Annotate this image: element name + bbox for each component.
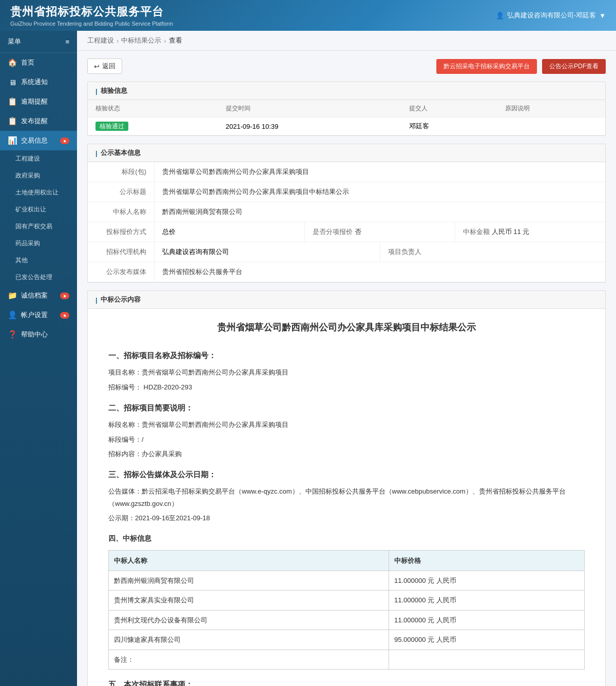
- sidebar-item-publish-reminder[interactable]: 📋 发布提醒: [0, 111, 77, 131]
- info-value-notice-title: 贵州省烟草公司黔西南州公司办公家具库采购项目中标结果公示: [155, 182, 605, 202]
- breadcrumb-item-2[interactable]: 中标结果公示: [121, 36, 161, 45]
- notice-heading-3: 三、招标公告媒体及公示日期：: [108, 467, 585, 481]
- info-label-bid-method: 投标报价方式: [88, 222, 155, 242]
- winner-name-cell: 贵州博文家具实业有限公司: [109, 591, 389, 610]
- sidebar-sub-item-mineral-rights[interactable]: 矿业权出让: [0, 201, 77, 218]
- user-icon: 👤: [496, 12, 504, 19]
- menu-icon[interactable]: ≡: [65, 38, 69, 46]
- sidebar-item-home[interactable]: 🏠 首页: [0, 53, 77, 72]
- calendar-icon: 📋: [8, 97, 17, 106]
- menu-label: 菜单: [8, 37, 21, 46]
- sidebar-item-system-notice[interactable]: 🖥 系统通知: [0, 72, 77, 92]
- breadcrumb: 工程建设 › 中标结果公示 › 查看: [77, 31, 616, 51]
- verify-table: 核验状态 提交时间 提交人 原因说明 核验通过 2021-09-16 10:39…: [88, 100, 605, 135]
- breadcrumb-item-1[interactable]: 工程建设: [87, 36, 114, 45]
- back-label: 返回: [102, 62, 116, 71]
- main-content: 工程建设 › 中标结果公示 › 查看 ↩ 返回 黔云招采电子招标采购交易平台 公…: [77, 31, 616, 686]
- notice-heading-5: 五、本次招标联系事项：: [108, 677, 585, 686]
- page-content: ↩ 返回 黔云招采电子招标采购交易平台 公告公示PDF查看 核验信息 核验状态 …: [77, 51, 616, 686]
- sidebar-sub-item-land-use[interactable]: 土地使用权出让: [0, 184, 77, 201]
- back-button[interactable]: ↩ 返回: [87, 58, 122, 74]
- notice-content-section: 中标公示内容 贵州省烟草公司黔西南州公司办公家具库采购项目中标结果公示 一、招标…: [87, 290, 606, 686]
- notice-body: 贵州省烟草公司黔西南州公司办公家具库采购项目中标结果公示 一、招标项目名称及招标…: [88, 309, 605, 686]
- header: 贵州省招标投标公共服务平台 GuiZhou Province Tendering…: [0, 0, 616, 31]
- username: 弘典建设咨询有限公司-邓廷客: [507, 11, 596, 20]
- notice-bid-content: 招标内容：办公家具采购: [108, 448, 585, 460]
- winner-price-cell: [389, 650, 584, 669]
- sidebar: 菜单 ≡ 🏠 首页 🖥 系统通知 📋 逾期提醒 📋 发布提醒 📊 交易信息 ● …: [0, 31, 77, 686]
- sidebar-label-home: 首页: [21, 58, 34, 67]
- sidebar-sub-item-other[interactable]: 其他: [0, 252, 77, 269]
- notice-project-name: 项目名称：贵州省烟草公司黔西南州公司办公家具库采购项目: [108, 366, 585, 378]
- sidebar-sub-item-drug-purchase[interactable]: 药品采购: [0, 235, 77, 252]
- info-row-media: 公示发布媒体 贵州省招投标公共服务平台: [88, 262, 605, 282]
- main-layout: 菜单 ≡ 🏠 首页 🖥 系统通知 📋 逾期提醒 📋 发布提醒 📊 交易信息 ● …: [0, 31, 616, 686]
- table-row: 贵州利文现代办公设备有限公司11.000000 元 人民币: [109, 610, 585, 630]
- table-row: 四川慷途家具有限公司95.000000 元 人民币: [109, 630, 585, 650]
- action-buttons: 黔云招采电子招标采购交易平台 公告公示PDF查看: [436, 59, 606, 74]
- notice-media-platforms: 公告媒体：黔云招采电子招标采购交易平台（www.e-qyzc.com）、中国招标…: [108, 485, 585, 509]
- bid-winners-table: 中标人名称 中标价格 黔西南州银润商贸有限公司11.000000 元 人民币贵州…: [108, 550, 585, 670]
- user-icon: 👤: [8, 310, 17, 320]
- info-cell-agency-name: 弘典建设咨询有限公司: [155, 242, 380, 262]
- sidebar-label-integrity-file: 诚信档案: [21, 291, 48, 300]
- verify-submitter: 邓廷客: [401, 117, 497, 135]
- sidebar-sub-item-published-notices[interactable]: 已发公告处理: [0, 269, 77, 286]
- info-cell-award-amount: 中标金额 人民币 11 元: [455, 222, 605, 242]
- account-badge: ●: [60, 312, 69, 319]
- info-subcells-bid: 总价 是否分项报价 否 中标金额 人民币 11 元: [155, 222, 605, 242]
- winner-price-cell: 11.000000 元 人民币: [389, 610, 584, 630]
- transaction-badge: ●: [60, 138, 69, 144]
- verify-col-reason: 原因说明: [497, 100, 605, 117]
- info-label-media: 公示发布媒体: [88, 262, 155, 282]
- monitor-icon: 🖥: [8, 78, 17, 87]
- dropdown-arrow-icon: ▼: [599, 12, 606, 19]
- info-label-segment: 标段(包): [88, 162, 155, 182]
- integrity-badge: ●: [60, 292, 69, 299]
- notice-segment-number: 标段编号：/: [108, 434, 585, 445]
- breadcrumb-sep-1: ›: [117, 37, 119, 45]
- info-value-winner-name: 黔西南州银润商贸有限公司: [155, 202, 605, 222]
- user-menu[interactable]: 👤 弘典建设咨询有限公司-邓廷客 ▼: [496, 11, 606, 20]
- sidebar-item-help-center[interactable]: ❓ 帮助中心: [0, 325, 77, 344]
- info-cell-bid-method: 总价: [155, 222, 305, 242]
- sidebar-label-publish-reminder: 发布提醒: [21, 116, 48, 126]
- sidebar-sub-item-government-purchase[interactable]: 政府采购: [0, 167, 77, 184]
- winner-price-cell: 95.000000 元 人民币: [389, 630, 584, 650]
- table-row: 贵州博文家具实业有限公司11.000000 元 人民币: [109, 591, 585, 610]
- sidebar-item-account-settings[interactable]: 👤 帐户设置 ●: [0, 305, 77, 325]
- info-subcells-agency: 弘典建设咨询有限公司 项目负责人: [155, 242, 605, 262]
- sidebar-label-help-center: 帮助中心: [21, 330, 48, 339]
- verify-status: 核验通过: [88, 117, 218, 135]
- winner-name-cell: 备注：: [109, 650, 389, 669]
- sidebar-sub-item-state-assets[interactable]: 国有产权交易: [0, 218, 77, 235]
- sidebar-label-overdue-reminder: 逾期提醒: [21, 97, 48, 106]
- notice-heading-1: 一、招标项目名称及招标编号：: [108, 348, 585, 362]
- breadcrumb-item-3: 查看: [169, 36, 182, 45]
- verify-col-submitter: 提交人: [401, 100, 497, 117]
- table-col-winner-price: 中标价格: [389, 550, 584, 571]
- info-label-itemized: 是否分项报价: [313, 228, 353, 236]
- sidebar-sub-item-engineering[interactable]: 工程建设: [0, 150, 77, 167]
- info-row-winner-name: 中标人名称 黔西南州银润商贸有限公司: [88, 202, 605, 222]
- info-row-agency: 招标代理机构 弘典建设咨询有限公司 项目负责人: [88, 242, 605, 262]
- notice-publication-period: 公示期：2021-09-16至2021-09-18: [108, 512, 585, 524]
- verify-col-status: 核验状态: [88, 100, 218, 117]
- notice-heading-2: 二、招标项目简要说明：: [108, 401, 585, 415]
- verify-col-time: 提交时间: [218, 100, 402, 117]
- sidebar-item-integrity-file[interactable]: 📁 诚信档案 ●: [0, 286, 77, 305]
- verify-time: 2021-09-16 10:39: [218, 117, 402, 135]
- sidebar-label-transaction-info: 交易信息: [21, 136, 48, 145]
- winner-name-cell: 黔西南州银润商贸有限公司: [109, 571, 389, 591]
- action-bar: ↩ 返回 黔云招采电子招标采购交易平台 公告公示PDF查看: [87, 58, 606, 74]
- site-title-cn: 贵州省招标投标公共服务平台: [10, 4, 173, 19]
- sidebar-item-overdue-reminder[interactable]: 📋 逾期提醒: [0, 92, 77, 111]
- sidebar-item-transaction-info[interactable]: 📊 交易信息 ●: [0, 131, 77, 150]
- info-value-bid-method: 总价: [162, 228, 176, 236]
- info-cell-itemized: 是否分项报价 否: [305, 222, 455, 242]
- table-row: 备注：: [109, 650, 585, 669]
- verify-section: 核验信息 核验状态 提交时间 提交人 原因说明 核验通过 2021-0: [87, 82, 606, 136]
- qyyzc-platform-button[interactable]: 黔云招采电子招标采购交易平台: [436, 59, 537, 74]
- pdf-view-button[interactable]: 公告公示PDF查看: [542, 59, 606, 74]
- winner-name-cell: 贵州利文现代办公设备有限公司: [109, 610, 389, 630]
